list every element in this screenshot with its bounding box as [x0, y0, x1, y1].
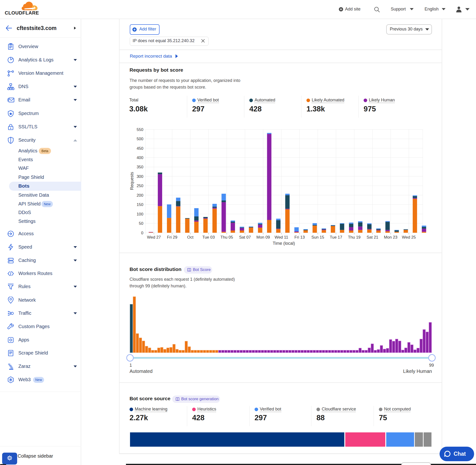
svg-text:Sat 07: Sat 07: [239, 235, 251, 240]
svg-text:50: 50: [139, 221, 143, 226]
svg-text:Likely Human: Likely Human: [403, 369, 432, 374]
svg-text:0: 0: [141, 231, 143, 235]
svg-text:550: 550: [137, 127, 143, 132]
svg-text:Fri 29: Fri 29: [167, 235, 177, 240]
svg-text:Sun 15: Sun 15: [311, 235, 324, 240]
svg-text:500: 500: [137, 137, 143, 141]
svg-text:Mon 23: Mon 23: [384, 235, 397, 240]
svg-text:Wed 25: Wed 25: [402, 235, 416, 240]
svg-text:150: 150: [137, 202, 143, 207]
svg-text:Tue 03: Tue 03: [202, 235, 215, 240]
svg-text:350: 350: [137, 165, 143, 169]
svg-text:Tue 17: Tue 17: [330, 235, 342, 240]
svg-text:Fri 13: Fri 13: [294, 235, 305, 240]
svg-text:100: 100: [137, 212, 143, 216]
svg-text:Time (local): Time (local): [273, 241, 295, 246]
svg-text:400: 400: [137, 156, 143, 160]
svg-text:Thu 05: Thu 05: [221, 235, 233, 240]
svg-text:1: 1: [129, 363, 132, 368]
svg-text:Oct: Oct: [187, 235, 194, 240]
svg-text:99: 99: [429, 363, 434, 368]
svg-text:Wed 11: Wed 11: [275, 235, 288, 240]
svg-text:Wed 27: Wed 27: [147, 235, 161, 240]
svg-text:Requests: Requests: [129, 172, 134, 190]
svg-text:450: 450: [137, 146, 143, 151]
svg-text:Sat 21: Sat 21: [367, 235, 378, 240]
svg-text:Thu 19: Thu 19: [348, 235, 360, 240]
svg-text:Automated: Automated: [129, 369, 153, 374]
svg-text:200: 200: [137, 193, 143, 198]
svg-text:300: 300: [137, 174, 143, 179]
svg-text:Mon 09: Mon 09: [256, 235, 270, 240]
svg-text:250: 250: [137, 184, 143, 188]
